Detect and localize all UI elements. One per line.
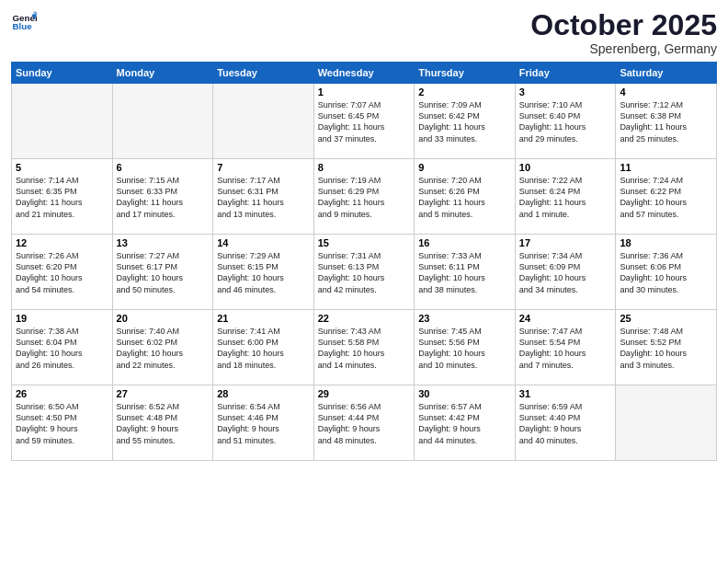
day-number: 24 <box>519 313 612 324</box>
day-detail: Sunrise: 7:33 AM Sunset: 6:11 PM Dayligh… <box>418 250 511 295</box>
col-saturday: Saturday <box>616 63 717 84</box>
day-detail: Sunrise: 7:12 AM Sunset: 6:38 PM Dayligh… <box>620 99 712 144</box>
day-number: 27 <box>117 388 210 399</box>
col-tuesday: Tuesday <box>213 63 314 84</box>
day-detail: Sunrise: 7:26 AM Sunset: 6:20 PM Dayligh… <box>16 250 108 295</box>
table-row <box>12 84 113 159</box>
day-detail: Sunrise: 6:54 AM Sunset: 4:46 PM Dayligh… <box>217 401 310 446</box>
day-detail: Sunrise: 7:14 AM Sunset: 6:35 PM Dayligh… <box>16 175 108 220</box>
table-row: 17Sunrise: 7:34 AM Sunset: 6:09 PM Dayli… <box>515 235 616 310</box>
day-detail: Sunrise: 7:22 AM Sunset: 6:24 PM Dayligh… <box>519 175 612 220</box>
day-number: 28 <box>217 388 310 399</box>
col-thursday: Thursday <box>415 63 516 84</box>
day-number: 26 <box>16 388 108 399</box>
table-row <box>112 84 213 159</box>
day-number: 8 <box>318 162 411 173</box>
header: General Blue October 2025 Sperenberg, Ge… <box>11 9 717 56</box>
day-detail: Sunrise: 7:27 AM Sunset: 6:17 PM Dayligh… <box>117 250 210 295</box>
day-detail: Sunrise: 7:29 AM Sunset: 6:15 PM Dayligh… <box>217 250 310 295</box>
day-number: 14 <box>217 237 310 248</box>
table-row: 23Sunrise: 7:45 AM Sunset: 5:56 PM Dayli… <box>415 310 516 385</box>
calendar-week-row: 5Sunrise: 7:14 AM Sunset: 6:35 PM Daylig… <box>12 159 717 235</box>
day-number: 16 <box>418 237 511 248</box>
table-row: 2Sunrise: 7:09 AM Sunset: 6:42 PM Daylig… <box>415 84 516 159</box>
table-row: 4Sunrise: 7:12 AM Sunset: 6:38 PM Daylig… <box>616 84 717 159</box>
table-row: 12Sunrise: 7:26 AM Sunset: 6:20 PM Dayli… <box>12 235 113 310</box>
table-row: 11Sunrise: 7:24 AM Sunset: 6:22 PM Dayli… <box>616 159 717 235</box>
day-number: 7 <box>217 162 310 173</box>
day-detail: Sunrise: 7:31 AM Sunset: 6:13 PM Dayligh… <box>318 250 411 295</box>
day-number: 20 <box>117 313 210 324</box>
day-number: 3 <box>519 86 612 98</box>
location-subtitle: Sperenberg, Germany <box>530 41 717 56</box>
svg-text:Blue: Blue <box>12 21 32 31</box>
day-number: 21 <box>217 313 310 324</box>
day-detail: Sunrise: 7:19 AM Sunset: 6:29 PM Dayligh… <box>318 175 411 220</box>
day-number: 15 <box>318 237 411 248</box>
day-detail: Sunrise: 7:17 AM Sunset: 6:31 PM Dayligh… <box>217 175 310 220</box>
day-number: 23 <box>418 313 511 324</box>
day-number: 25 <box>620 313 712 324</box>
table-row: 21Sunrise: 7:41 AM Sunset: 6:00 PM Dayli… <box>213 310 314 385</box>
month-title: October 2025 <box>530 9 717 41</box>
day-number: 4 <box>620 86 712 98</box>
table-row: 6Sunrise: 7:15 AM Sunset: 6:33 PM Daylig… <box>112 159 213 235</box>
col-friday: Friday <box>515 63 616 84</box>
table-row: 30Sunrise: 6:57 AM Sunset: 4:42 PM Dayli… <box>415 385 516 461</box>
day-detail: Sunrise: 7:15 AM Sunset: 6:33 PM Dayligh… <box>117 175 210 220</box>
day-detail: Sunrise: 7:09 AM Sunset: 6:42 PM Dayligh… <box>418 99 511 144</box>
day-detail: Sunrise: 7:47 AM Sunset: 5:54 PM Dayligh… <box>519 326 612 371</box>
day-detail: Sunrise: 7:20 AM Sunset: 6:26 PM Dayligh… <box>418 175 511 220</box>
table-row <box>213 84 314 159</box>
day-detail: Sunrise: 7:45 AM Sunset: 5:56 PM Dayligh… <box>418 326 511 371</box>
calendar-header-row: Sunday Monday Tuesday Wednesday Thursday… <box>12 63 717 84</box>
table-row <box>616 385 717 461</box>
table-row: 13Sunrise: 7:27 AM Sunset: 6:17 PM Dayli… <box>112 235 213 310</box>
day-detail: Sunrise: 7:43 AM Sunset: 5:58 PM Dayligh… <box>318 326 411 371</box>
table-row: 29Sunrise: 6:56 AM Sunset: 4:44 PM Dayli… <box>313 385 415 461</box>
day-detail: Sunrise: 6:50 AM Sunset: 4:50 PM Dayligh… <box>16 401 108 446</box>
col-sunday: Sunday <box>12 63 113 84</box>
day-detail: Sunrise: 7:10 AM Sunset: 6:40 PM Dayligh… <box>519 99 612 144</box>
table-row: 19Sunrise: 7:38 AM Sunset: 6:04 PM Dayli… <box>12 310 113 385</box>
table-row: 18Sunrise: 7:36 AM Sunset: 6:06 PM Dayli… <box>616 235 717 310</box>
table-row: 14Sunrise: 7:29 AM Sunset: 6:15 PM Dayli… <box>213 235 314 310</box>
table-row: 25Sunrise: 7:48 AM Sunset: 5:52 PM Dayli… <box>616 310 717 385</box>
day-detail: Sunrise: 7:36 AM Sunset: 6:06 PM Dayligh… <box>620 250 712 295</box>
day-number: 18 <box>620 237 712 248</box>
table-row: 1Sunrise: 7:07 AM Sunset: 6:45 PM Daylig… <box>313 84 415 159</box>
col-wednesday: Wednesday <box>313 63 415 84</box>
table-row: 26Sunrise: 6:50 AM Sunset: 4:50 PM Dayli… <box>12 385 113 461</box>
day-number: 9 <box>418 162 511 173</box>
table-row: 22Sunrise: 7:43 AM Sunset: 5:58 PM Dayli… <box>313 310 415 385</box>
day-detail: Sunrise: 7:48 AM Sunset: 5:52 PM Dayligh… <box>620 326 712 371</box>
day-number: 29 <box>318 388 411 399</box>
table-row: 3Sunrise: 7:10 AM Sunset: 6:40 PM Daylig… <box>515 84 616 159</box>
table-row: 5Sunrise: 7:14 AM Sunset: 6:35 PM Daylig… <box>12 159 113 235</box>
table-row: 24Sunrise: 7:47 AM Sunset: 5:54 PM Dayli… <box>515 310 616 385</box>
col-monday: Monday <box>112 63 213 84</box>
table-row: 7Sunrise: 7:17 AM Sunset: 6:31 PM Daylig… <box>213 159 314 235</box>
day-number: 12 <box>16 237 108 248</box>
table-row: 9Sunrise: 7:20 AM Sunset: 6:26 PM Daylig… <box>415 159 516 235</box>
day-number: 2 <box>418 86 511 98</box>
day-detail: Sunrise: 7:40 AM Sunset: 6:02 PM Dayligh… <box>117 326 210 371</box>
day-number: 13 <box>117 237 210 248</box>
logo: General Blue <box>11 9 37 35</box>
calendar-week-row: 1Sunrise: 7:07 AM Sunset: 6:45 PM Daylig… <box>12 84 717 159</box>
page-container: General Blue October 2025 Sperenberg, Ge… <box>0 0 728 563</box>
day-number: 22 <box>318 313 411 324</box>
day-detail: Sunrise: 7:34 AM Sunset: 6:09 PM Dayligh… <box>519 250 612 295</box>
logo-icon: General Blue <box>11 9 37 35</box>
table-row: 20Sunrise: 7:40 AM Sunset: 6:02 PM Dayli… <box>112 310 213 385</box>
table-row: 27Sunrise: 6:52 AM Sunset: 4:48 PM Dayli… <box>112 385 213 461</box>
day-detail: Sunrise: 7:24 AM Sunset: 6:22 PM Dayligh… <box>620 175 712 220</box>
table-row: 15Sunrise: 7:31 AM Sunset: 6:13 PM Dayli… <box>313 235 415 310</box>
calendar-week-row: 12Sunrise: 7:26 AM Sunset: 6:20 PM Dayli… <box>12 235 717 310</box>
table-row: 10Sunrise: 7:22 AM Sunset: 6:24 PM Dayli… <box>515 159 616 235</box>
day-number: 30 <box>418 388 511 399</box>
day-detail: Sunrise: 6:56 AM Sunset: 4:44 PM Dayligh… <box>318 401 411 446</box>
day-number: 11 <box>620 162 712 173</box>
day-detail: Sunrise: 6:57 AM Sunset: 4:42 PM Dayligh… <box>418 401 511 446</box>
day-number: 1 <box>318 86 411 98</box>
